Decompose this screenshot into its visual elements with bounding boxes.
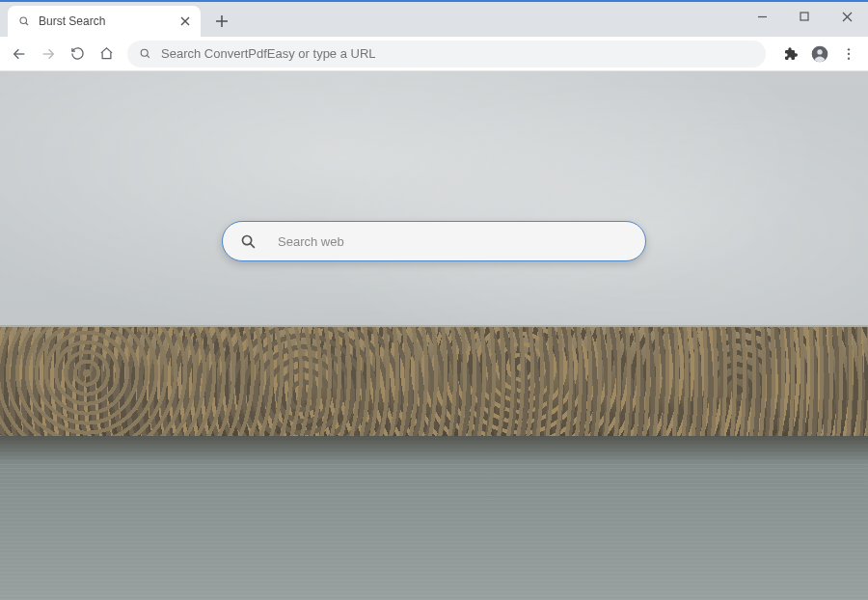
- profile-button[interactable]: [806, 41, 833, 68]
- svg-line-13: [147, 55, 149, 58]
- page-search-input[interactable]: [278, 234, 628, 249]
- close-tab-button[interactable]: [177, 14, 193, 29]
- svg-point-18: [848, 57, 850, 59]
- toolbar: [0, 37, 868, 71]
- svg-rect-7: [800, 13, 808, 20]
- svg-point-0: [20, 17, 27, 24]
- menu-button[interactable]: [835, 41, 862, 68]
- rocks-region: [0, 325, 868, 442]
- water-region: [0, 436, 868, 600]
- minimize-button[interactable]: [741, 2, 783, 31]
- svg-line-20: [251, 243, 255, 247]
- svg-point-12: [141, 49, 148, 56]
- search-icon: [139, 47, 151, 60]
- svg-point-17: [848, 52, 850, 54]
- reload-button[interactable]: [64, 41, 91, 68]
- tab-strip: Burst Search: [0, 2, 868, 37]
- forward-button[interactable]: [35, 41, 62, 68]
- svg-point-16: [848, 48, 850, 50]
- magnifier-icon: [17, 14, 31, 28]
- close-window-button[interactable]: [826, 2, 868, 31]
- browser-tab[interactable]: Burst Search: [8, 6, 201, 37]
- new-tab-button[interactable]: [208, 8, 235, 35]
- tab-title: Burst Search: [39, 14, 177, 28]
- back-button[interactable]: [6, 41, 33, 68]
- extensions-button[interactable]: [777, 41, 804, 68]
- page-search: [222, 221, 646, 261]
- address-bar[interactable]: [127, 41, 766, 68]
- background-image: [0, 71, 868, 600]
- toolbar-right: [777, 41, 862, 68]
- window-controls: [741, 2, 868, 31]
- browser-window: Burst Search: [0, 0, 868, 600]
- page-viewport: [0, 71, 868, 600]
- home-button[interactable]: [93, 41, 120, 68]
- search-icon: [240, 233, 257, 250]
- address-input[interactable]: [161, 46, 754, 61]
- svg-point-15: [817, 49, 822, 54]
- svg-line-1: [26, 23, 28, 25]
- svg-point-19: [242, 235, 251, 244]
- maximize-button[interactable]: [783, 2, 826, 31]
- page-search-box[interactable]: [222, 221, 646, 261]
- sky-region: [0, 71, 868, 362]
